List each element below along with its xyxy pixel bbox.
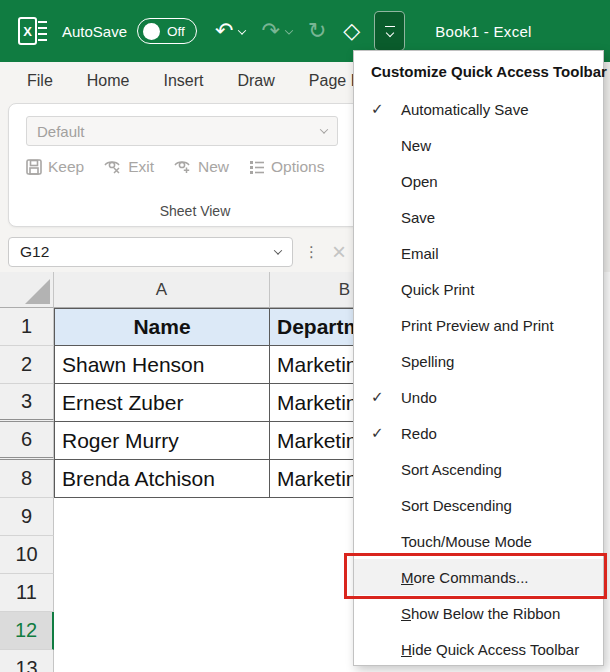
check-icon: ✓: [371, 100, 401, 118]
chevron-down-icon[interactable]: [274, 246, 282, 254]
menu-item-new[interactable]: New: [354, 127, 603, 163]
row-header-active[interactable]: 12: [0, 612, 54, 650]
cell[interactable]: [54, 612, 270, 650]
list-options-icon: [248, 159, 266, 175]
refresh-icon: ↻: [308, 20, 326, 42]
customize-qat-icon: [385, 26, 395, 37]
refresh-button[interactable]: ↻: [308, 20, 326, 42]
cell[interactable]: Roger Murry: [54, 422, 270, 460]
chevron-down-icon: [320, 125, 328, 133]
name-box-value: G12: [20, 243, 49, 261]
name-box[interactable]: G12: [8, 237, 293, 267]
eye-exit-icon: [103, 159, 123, 175]
menu-item-touch-mouse-mode[interactable]: Touch/Mouse Mode: [354, 523, 603, 559]
menu-item-open[interactable]: Open: [354, 163, 603, 199]
sheet-view-group: Default Keep Exit: [8, 103, 382, 227]
autosave-toggle[interactable]: Off: [137, 18, 197, 44]
menu-item-print-preview-and-print[interactable]: Print Preview and Print: [354, 307, 603, 343]
customize-qat-button[interactable]: [374, 11, 405, 51]
menu-item-quick-print[interactable]: Quick Print: [354, 271, 603, 307]
menu-item-automatically-save[interactable]: ✓Automatically Save: [354, 91, 603, 127]
drag-handle-icon[interactable]: ⋮: [304, 243, 319, 261]
sheet-view-dropdown[interactable]: Default: [26, 116, 338, 146]
menu-item-spelling[interactable]: Spelling: [354, 343, 603, 379]
autosave-state: Off: [167, 24, 185, 39]
options-button[interactable]: Options: [248, 158, 324, 176]
eye-new-icon: [173, 159, 193, 175]
row-header[interactable]: 6: [0, 422, 54, 460]
new-button[interactable]: New: [173, 158, 229, 176]
menu-item-undo[interactable]: ✓Undo: [354, 379, 603, 415]
row-header[interactable]: 8: [0, 460, 54, 498]
cell[interactable]: Name: [54, 308, 270, 346]
sheet-view-dropdown-value: Default: [37, 123, 85, 140]
menu-item-email[interactable]: Email: [354, 235, 603, 271]
check-icon: ✓: [371, 424, 401, 442]
select-all-icon: [25, 279, 50, 304]
cell[interactable]: Brenda Atchison: [54, 460, 270, 498]
excel-window: X AutoSave Off ↶ ↷ ↻ ◇: [0, 0, 610, 672]
cell[interactable]: [54, 536, 270, 574]
toggle-knob: [143, 23, 160, 40]
group-label: Sheet View: [9, 203, 381, 219]
row-header[interactable]: 9: [0, 498, 54, 536]
chevron-down-icon: [285, 26, 293, 34]
cell[interactable]: [54, 574, 270, 612]
qat-menu-header: Customize Quick Access Toolbar: [354, 51, 603, 91]
tab-file[interactable]: File: [27, 72, 53, 90]
tab-draw[interactable]: Draw: [237, 72, 274, 90]
autosave-label: AutoSave: [62, 23, 127, 40]
row-header[interactable]: 1: [0, 308, 54, 346]
menu-item-hide-quick-access-toolbar[interactable]: Hide Quick Access Toolbar: [354, 631, 603, 667]
eraser-icon: ◇: [343, 20, 360, 42]
menu-item-sort-ascending[interactable]: Sort Ascending: [354, 451, 603, 487]
row-header[interactable]: 10: [0, 536, 54, 574]
undo-icon: ↶: [215, 20, 233, 42]
menu-item-sort-descending[interactable]: Sort Descending: [354, 487, 603, 523]
row-header[interactable]: 13: [0, 650, 54, 672]
menu-item-save[interactable]: Save: [354, 199, 603, 235]
cell[interactable]: Ernest Zuber: [54, 384, 270, 422]
undo-button[interactable]: ↶: [215, 20, 245, 42]
row-header[interactable]: 3: [0, 384, 54, 422]
sheet-view-buttons: Keep Exit New: [25, 158, 324, 176]
cell[interactable]: [54, 650, 270, 672]
menu-item-show-below-the-ribbon[interactable]: Show Below the Ribbon: [354, 595, 603, 631]
chevron-down-icon[interactable]: [238, 26, 246, 34]
cell[interactable]: [54, 498, 270, 536]
tab-home[interactable]: Home: [87, 72, 130, 90]
qat-menu: Customize Quick Access Toolbar ✓Automati…: [353, 50, 604, 666]
menu-item-more-commands[interactable]: More Commands...: [354, 559, 603, 595]
eraser-button[interactable]: ◇: [343, 20, 360, 42]
tab-insert[interactable]: Insert: [163, 72, 203, 90]
check-icon: ✓: [371, 388, 401, 406]
exit-button[interactable]: Exit: [103, 158, 154, 176]
cell[interactable]: Shawn Henson: [54, 346, 270, 384]
redo-icon: ↷: [261, 20, 279, 42]
document-title: Book1 - Excel: [435, 23, 531, 40]
cancel-icon[interactable]: ×: [332, 240, 346, 264]
excel-logo-icon[interactable]: X: [18, 17, 48, 45]
redo-button[interactable]: ↷: [261, 20, 291, 42]
svg-text:X: X: [23, 24, 32, 39]
row-header[interactable]: 11: [0, 574, 54, 612]
save-icon: [25, 158, 43, 176]
menu-item-redo[interactable]: ✓Redo: [354, 415, 603, 451]
select-all-button[interactable]: [0, 272, 54, 308]
keep-button[interactable]: Keep: [25, 158, 84, 176]
row-header[interactable]: 2: [0, 346, 54, 384]
column-header-a[interactable]: A: [54, 272, 270, 308]
